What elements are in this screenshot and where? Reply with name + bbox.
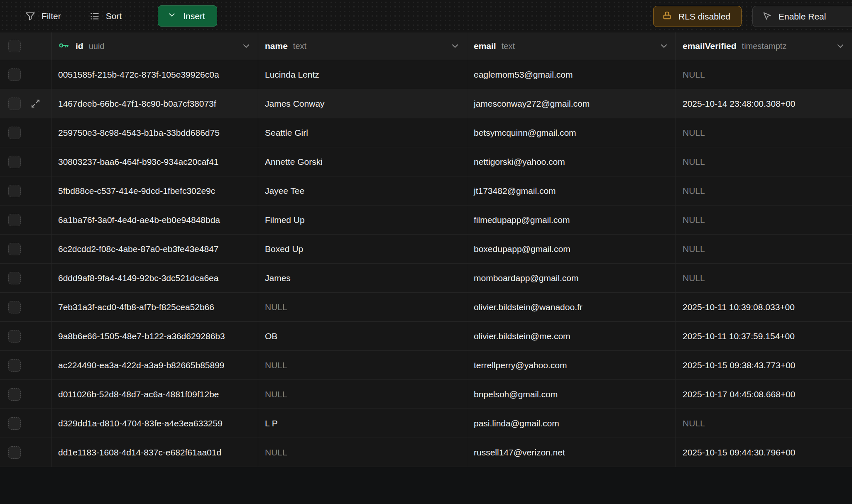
- cell-emailVerified[interactable]: NULL: [676, 409, 852, 438]
- chevron-down-icon: [167, 10, 176, 22]
- cell-emailVerified[interactable]: NULL: [676, 206, 852, 234]
- row-checkbox[interactable]: [8, 359, 21, 372]
- cell-emailVerified[interactable]: NULL: [676, 235, 852, 263]
- row-checkbox[interactable]: [8, 127, 21, 139]
- cell-email[interactable]: bnpelsoh@gmail.com: [467, 380, 676, 409]
- row-checkbox[interactable]: [8, 214, 21, 226]
- enable-realtime-button[interactable]: Enable Real: [752, 6, 852, 27]
- insert-button[interactable]: Insert: [158, 5, 217, 27]
- filter-button-label: Filter: [42, 11, 61, 21]
- cell-email[interactable]: boxedupapp@gmail.com: [467, 235, 676, 263]
- cell-id[interactable]: 259750e3-8c98-4543-b1ba-33bdd686d75: [51, 118, 258, 147]
- cell-name[interactable]: NULL: [258, 380, 467, 409]
- row-checkbox[interactable]: [8, 156, 21, 168]
- column-header-emailVerified[interactable]: emailVerified timestamptz: [676, 32, 852, 60]
- cell-emailVerified[interactable]: NULL: [676, 147, 852, 176]
- cell-email[interactable]: olivier.bildstein@wanadoo.fr: [467, 293, 676, 321]
- cell-name[interactable]: OB: [258, 322, 467, 350]
- cell-name[interactable]: NULL: [258, 351, 467, 379]
- column-header-id[interactable]: id uuid: [51, 32, 258, 60]
- cell-id[interactable]: 6a1ba76f-3a0f-4e4d-ae4b-eb0e94848bda: [51, 206, 258, 234]
- cell-emailVerified[interactable]: 2025-10-17 04:45:08.668+00: [676, 380, 852, 409]
- cell-id[interactable]: d011026b-52d8-48d7-ac6a-4881f09f12be: [51, 380, 258, 409]
- table-row: 7eb31a3f-acd0-4fb8-af7b-f825cea52b66NULL…: [0, 293, 852, 322]
- column-type: text: [293, 42, 306, 51]
- row-select-cell: [0, 380, 51, 409]
- cell-emailVerified[interactable]: NULL: [676, 118, 852, 147]
- cell-id[interactable]: 0051585f-215b-472c-873f-105e39926c0a: [51, 60, 258, 89]
- cell-id[interactable]: ac224490-ea3a-422d-a3a9-b82665b85899: [51, 351, 258, 379]
- cell-email[interactable]: pasi.linda@gmail.com: [467, 409, 676, 438]
- cell-emailVerified[interactable]: NULL: [676, 60, 852, 89]
- expand-row-icon[interactable]: [30, 98, 41, 109]
- cell-id[interactable]: 6c2dcdd2-f08c-4abe-87a0-eb3fe43e4847: [51, 235, 258, 263]
- filter-button[interactable]: Filter: [19, 7, 67, 26]
- row-checkbox[interactable]: [8, 388, 21, 401]
- chevron-down-icon[interactable]: [450, 41, 460, 51]
- sort-list-icon: [89, 11, 100, 22]
- cell-email[interactable]: olivier.bildstein@me.com: [467, 322, 676, 350]
- cell-id[interactable]: 1467deeb-66bc-47f1-8c90-b0a7cf38073f: [51, 89, 258, 118]
- cell-name[interactable]: NULL: [258, 438, 467, 467]
- cell-emailVerified[interactable]: 2025-10-15 09:38:43.773+00: [676, 351, 852, 379]
- chevron-down-icon[interactable]: [659, 41, 669, 51]
- cell-email[interactable]: terrellperry@yahoo.com: [467, 351, 676, 379]
- row-checkbox[interactable]: [8, 98, 21, 110]
- cell-emailVerified[interactable]: 2025-10-15 09:44:30.796+00: [676, 438, 852, 467]
- row-select-cell: [0, 322, 51, 350]
- column-header-name[interactable]: name text: [258, 32, 467, 60]
- row-checkbox[interactable]: [8, 301, 21, 313]
- row-checkbox[interactable]: [8, 185, 21, 197]
- cell-emailVerified[interactable]: 2025-10-11 10:37:59.154+00: [676, 322, 852, 350]
- cell-id[interactable]: 30803237-baa6-464f-b93c-934ac20caf41: [51, 147, 258, 176]
- row-select-cell: [0, 89, 51, 118]
- cell-email[interactable]: momboardapp@gmail.com: [467, 264, 676, 292]
- table-row: 6a1ba76f-3a0f-4e4d-ae4b-eb0e94848bdaFilm…: [0, 206, 852, 235]
- cell-id[interactable]: dd1e1183-1608-4d14-837c-e682f61aa01d: [51, 438, 258, 467]
- row-checkbox[interactable]: [8, 330, 21, 343]
- cell-email[interactable]: jt173482@gmail.com: [467, 176, 676, 205]
- enable-realtime-label: Enable Real: [779, 12, 826, 22]
- cell-id[interactable]: 9a8b6e66-1505-48e7-b122-a36d629286b3: [51, 322, 258, 350]
- cell-emailVerified[interactable]: 2025-10-14 23:48:00.308+00: [676, 89, 852, 118]
- cell-name[interactable]: Annette Gorski: [258, 147, 467, 176]
- cell-emailVerified[interactable]: NULL: [676, 176, 852, 205]
- cell-name[interactable]: James Conway: [258, 89, 467, 118]
- cell-name[interactable]: L P: [258, 409, 467, 438]
- row-checkbox[interactable]: [8, 446, 21, 459]
- cell-email[interactable]: filmedupapp@gmail.com: [467, 206, 676, 234]
- row-checkbox[interactable]: [8, 69, 21, 81]
- row-checkbox[interactable]: [8, 417, 21, 430]
- cell-name[interactable]: Filmed Up: [258, 206, 467, 234]
- row-select-cell: [0, 293, 51, 321]
- cell-id[interactable]: 5fbd88ce-c537-414e-9dcd-1fbefc302e9c: [51, 176, 258, 205]
- chevron-down-icon[interactable]: [241, 41, 251, 51]
- cell-email[interactable]: nettigorski@yahoo.com: [467, 147, 676, 176]
- sort-button[interactable]: Sort: [83, 7, 128, 26]
- cell-emailVerified[interactable]: NULL: [676, 264, 852, 292]
- cell-id[interactable]: 7eb31a3f-acd0-4fb8-af7b-f825cea52b66: [51, 293, 258, 321]
- row-checkbox[interactable]: [8, 272, 21, 284]
- chevron-down-icon[interactable]: [835, 41, 845, 51]
- column-header-email[interactable]: email text: [467, 32, 676, 60]
- table-row: 0051585f-215b-472c-873f-105e39926c0aLuci…: [0, 60, 852, 89]
- rls-disabled-button[interactable]: RLS disabled: [653, 6, 742, 27]
- cell-emailVerified[interactable]: 2025-10-11 10:39:08.033+00: [676, 293, 852, 321]
- cell-name[interactable]: Lucinda Lentz: [258, 60, 467, 89]
- cell-name[interactable]: NULL: [258, 293, 467, 321]
- cell-name[interactable]: James: [258, 264, 467, 292]
- cell-name[interactable]: Jayee Tee: [258, 176, 467, 205]
- row-select-cell: [0, 176, 51, 205]
- cell-email[interactable]: jamesconway272@gmail.com: [467, 89, 676, 118]
- row-checkbox[interactable]: [8, 243, 21, 255]
- cell-email[interactable]: betsymcquinn@gmail.com: [467, 118, 676, 147]
- cell-id[interactable]: 6ddd9af8-9fa4-4149-92bc-3dc521dca6ea: [51, 264, 258, 292]
- select-all-checkbox[interactable]: [8, 40, 21, 52]
- table-row: d011026b-52d8-48d7-ac6a-4881f09f12beNULL…: [0, 380, 852, 409]
- cell-email[interactable]: russell147@verizon.net: [467, 438, 676, 467]
- cell-name[interactable]: Boxed Up: [258, 235, 467, 263]
- table-grid: id uuid name text email text emailVerifi…: [0, 32, 852, 467]
- cell-id[interactable]: d329dd1a-d810-4704-83fe-a4e3ea633259: [51, 409, 258, 438]
- cell-name[interactable]: Seattle Girl: [258, 118, 467, 147]
- cell-email[interactable]: eaglemom53@gmail.com: [467, 60, 676, 89]
